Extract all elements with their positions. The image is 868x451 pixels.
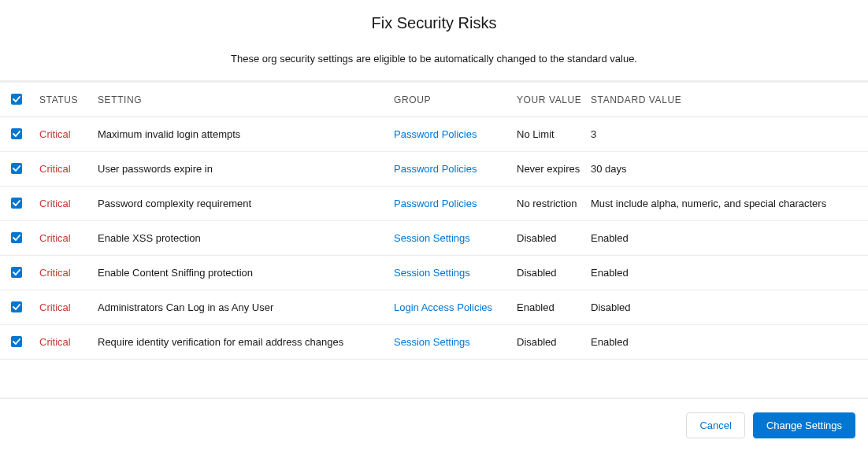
setting-name: Enable XSS protection [98,221,394,256]
table-header-row: STATUS SETTING GROUP YOUR VALUE STANDARD… [0,83,868,117]
table-row: CriticalRequire identity verification fo… [0,325,868,360]
group-link[interactable]: Login Access Policies [394,301,492,313]
row-checkbox[interactable] [11,301,22,312]
group-link[interactable]: Session Settings [394,336,470,348]
setting-name: User passwords expire in [98,152,394,187]
table-row: CriticalUser passwords expire inPassword… [0,152,868,187]
check-icon [13,165,20,172]
status-badge: Critical [39,232,71,244]
row-checkbox[interactable] [11,128,22,139]
status-badge: Critical [39,336,71,348]
standard-value: 3 [591,117,868,152]
your-value: Never expires [517,152,591,187]
status-badge: Critical [39,198,71,209]
check-icon [13,234,20,242]
standard-value: Enabled [591,256,868,290]
standard-value: Enabled [591,221,868,256]
standard-value: Disabled [591,290,868,325]
table-row: CriticalMaximum invalid login attemptsPa… [0,117,868,152]
table-row: CriticalEnable Content Sniffing protecti… [0,256,868,290]
your-value: No restriction [517,187,591,221]
row-checkbox[interactable] [11,336,22,347]
check-icon [13,338,20,346]
check-icon [13,199,20,207]
header-standard-value: STANDARD VALUE [591,83,868,117]
standard-value: Must include alpha, numeric, and special… [591,187,868,221]
check-icon [13,303,20,311]
group-link[interactable]: Session Settings [394,232,470,244]
check-icon [13,130,20,138]
status-badge: Critical [39,163,71,175]
status-badge: Critical [39,128,71,140]
header-your-value: YOUR VALUE [517,83,591,117]
group-link[interactable]: Password Policies [394,163,477,175]
security-risks-table: STATUS SETTING GROUP YOUR VALUE STANDARD… [0,83,868,360]
table-row: CriticalPassword complexity requirementP… [0,187,868,221]
group-link[interactable]: Session Settings [394,267,470,279]
status-badge: Critical [39,301,71,313]
check-icon [13,268,20,276]
divider [0,397,868,399]
header-group: GROUP [394,83,517,117]
check-icon [13,95,20,103]
your-value: Disabled [517,221,591,256]
cancel-button[interactable]: Cancel [686,412,744,438]
table-row: CriticalAdministrators Can Log in as Any… [0,290,868,325]
group-link[interactable]: Password Policies [394,128,477,140]
page-title: Fix Security Risks [0,14,868,32]
table-row: CriticalEnable XSS protectionSession Set… [0,221,868,256]
footer-actions: Cancel Change Settings [686,412,855,438]
row-checkbox[interactable] [11,198,22,209]
your-value: Enabled [517,290,591,325]
select-all-checkbox[interactable] [11,94,22,105]
setting-name: Maximum invalid login attempts [98,117,394,152]
group-link[interactable]: Password Policies [394,198,477,209]
setting-name: Require identity verification for email … [98,325,394,360]
header-setting: SETTING [98,83,394,117]
header-status: STATUS [39,83,98,117]
status-badge: Critical [39,267,71,279]
row-checkbox[interactable] [11,267,22,278]
your-value: No Limit [517,117,591,152]
setting-name: Enable Content Sniffing protection [98,256,394,290]
change-settings-button[interactable]: Change Settings [753,412,855,438]
standard-value: Enabled [591,325,868,360]
setting-name: Administrators Can Log in as Any User [98,290,394,325]
standard-value: 30 days [591,152,868,187]
row-checkbox[interactable] [11,232,22,243]
setting-name: Password complexity requirement [98,187,394,221]
row-checkbox[interactable] [11,163,22,174]
your-value: Disabled [517,256,591,290]
your-value: Disabled [517,325,591,360]
page-subtitle: These org security settings are eligible… [0,53,868,65]
